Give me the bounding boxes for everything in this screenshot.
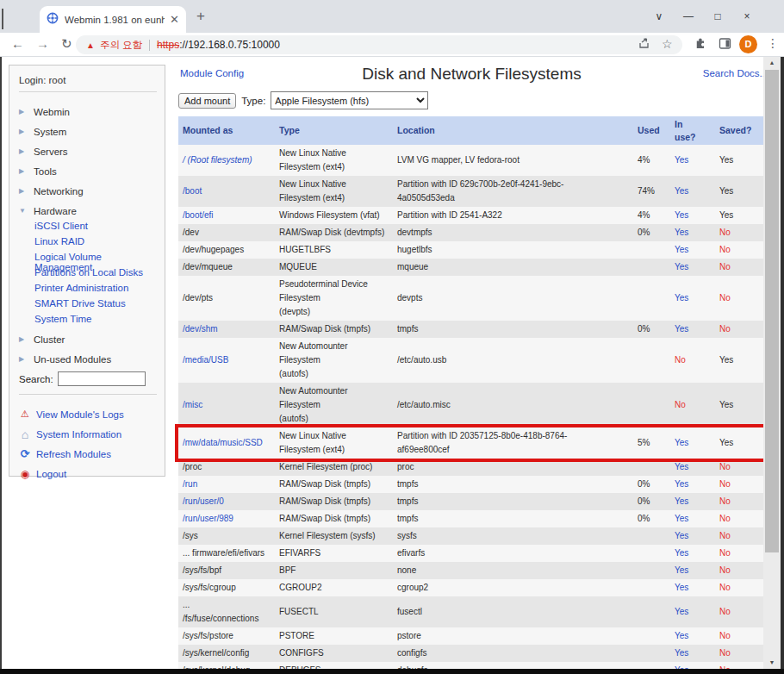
in-use-value[interactable]: Yes	[675, 155, 688, 165]
used-cell: 0%	[633, 510, 670, 527]
scroll-up-icon[interactable]: ▲	[763, 57, 781, 69]
type-cell: Kernel Filesystem (proc)	[275, 459, 393, 476]
browser-menu-icon[interactable]: ⋮	[767, 36, 779, 50]
table-row: /sys/fs/cgroupCGROUP2cgroup2YesNo	[178, 579, 763, 596]
in-use-value[interactable]: Yes	[675, 514, 688, 523]
type-cell: New Automounter Filesystem (autofs)	[275, 338, 393, 383]
in-use-value[interactable]: Yes	[675, 648, 688, 658]
sidebar-subitem-iscsi-client[interactable]: iSCSI Client	[34, 221, 157, 236]
mount-link[interactable]: /run	[183, 479, 197, 489]
sidebar-link-label[interactable]: Logout	[36, 469, 66, 479]
filesystem-type-select[interactable]: Apple Filesystem (hfs)	[271, 91, 428, 109]
sidebar-item-system[interactable]: ▶System	[19, 122, 157, 141]
mount-link[interactable]: /run/user/989	[183, 514, 233, 523]
location-cell: devpts	[393, 276, 633, 321]
mount-link[interactable]: /misc	[183, 400, 202, 409]
sidebar-item-webmin[interactable]: ▶Webmin	[19, 102, 157, 122]
sidebar-link-label[interactable]: System Information	[36, 429, 121, 440]
search-input[interactable]	[58, 371, 146, 386]
module-config-link[interactable]: Module Config	[180, 68, 244, 78]
table-row: /sys/fs/pstorePSTOREpstoreYesNo	[178, 627, 763, 645]
highlighted-table-row: /mw/data/music/SSDNew Linux Native Files…	[178, 427, 763, 459]
used-cell: 4%	[633, 145, 670, 176]
side-panel-icon[interactable]	[719, 37, 731, 53]
used-cell	[633, 645, 670, 662]
used-cell	[633, 338, 670, 383]
in-use-value: No	[675, 355, 686, 365]
address-bar[interactable]: ▲ 주의 요함 https ://192.168.0.75:10000	[76, 35, 682, 54]
sidebar-item-networking[interactable]: ▶Networking	[19, 181, 157, 201]
in-use-value[interactable]: Yes	[675, 262, 688, 271]
mount-link[interactable]: /boot/efi	[183, 210, 214, 220]
mount-link[interactable]: /media/USB	[183, 355, 228, 365]
used-cell: 0%	[633, 493, 670, 510]
new-tab-button[interactable]: +	[196, 8, 205, 25]
mount-link[interactable]: / (Root filesystem)	[183, 155, 252, 165]
in-use-value[interactable]: Yes	[675, 479, 688, 489]
share-icon[interactable]	[638, 37, 650, 53]
scroll-down-icon[interactable]: ▼	[763, 657, 781, 669]
sidebar-item-cluster[interactable]: ▶Cluster	[19, 329, 157, 349]
sidebar-item-hardware[interactable]: ▼Hardware	[19, 201, 157, 221]
tab-search-chevron-icon[interactable]: ∨	[644, 10, 674, 22]
in-use-value[interactable]: Yes	[675, 462, 688, 471]
mount-link[interactable]: /boot	[183, 186, 202, 196]
sidebar-subitem-smart-drive-status[interactable]: SMART Drive Status	[34, 298, 157, 314]
in-use-value[interactable]: Yes	[675, 438, 688, 447]
type-cell: Kernel Filesystem (sysfs)	[275, 527, 393, 545]
in-use-value[interactable]: Yes	[675, 565, 688, 575]
in-use-value[interactable]: Yes	[675, 548, 688, 558]
browser-tab[interactable]: Webmin 1.981 on eunhasu (Fed ✕	[40, 6, 186, 33]
extensions-puzzle-icon[interactable]	[694, 37, 707, 53]
in-use-cell: Yes	[670, 459, 715, 476]
in-use-value[interactable]: Yes	[675, 186, 688, 196]
tab-close-icon[interactable]: ✕	[170, 13, 179, 26]
in-use-cell: Yes	[670, 145, 715, 176]
page-scrollbar[interactable]: ▲ ▼	[763, 57, 781, 669]
used-cell	[633, 545, 670, 562]
bookmark-star-icon[interactable]: ☆	[662, 37, 673, 51]
search-docs-link[interactable]: Search Docs..	[703, 68, 765, 78]
sidebar-subitem-system-time[interactable]: System Time	[34, 314, 157, 329]
sidebar-subitem-logical-volume-management[interactable]: Logical Volume Management	[34, 252, 157, 267]
in-use-value[interactable]: Yes	[675, 531, 688, 540]
forward-button[interactable]: →	[36, 36, 49, 51]
sidebar-link-label[interactable]: Refresh Modules	[36, 449, 111, 459]
in-use-value[interactable]: Yes	[675, 496, 688, 506]
mount-link[interactable]: /mw/data/music/SSD	[183, 438, 263, 447]
sidebar-subitem-linux-raid[interactable]: Linux RAID	[34, 236, 157, 252]
in-use-value[interactable]: Yes	[675, 293, 688, 303]
sidebar-subitem-partitions-on-local-disks[interactable]: Partitions on Local Disks	[34, 267, 157, 283]
in-use-value[interactable]: Yes	[675, 607, 688, 616]
mount-link[interactable]: /run/user/0	[183, 496, 224, 506]
sidebar-item-tools[interactable]: ▶Tools	[19, 161, 157, 181]
minimize-button[interactable]: —	[674, 10, 703, 22]
table-row: ... firmware/efi/efivarsEFIVARFSefivarfs…	[178, 545, 763, 562]
add-mount-button[interactable]: Add mount	[178, 93, 236, 109]
mount-link[interactable]: /dev/shm	[183, 324, 218, 334]
back-button[interactable]: ←	[11, 36, 24, 51]
in-use-value[interactable]: Yes	[675, 228, 688, 237]
close-window-button[interactable]: ×	[732, 10, 762, 22]
window-controls: ∨ — □ ×	[644, 0, 762, 33]
search-label: Search:	[19, 374, 53, 384]
sidebar-item-un-used-modules[interactable]: ▶Un-used Modules	[19, 349, 157, 369]
maximize-button[interactable]: □	[703, 10, 732, 22]
mounted-as-cell: /sys/fs/cgroup	[178, 579, 275, 596]
in-use-value[interactable]: Yes	[675, 210, 688, 220]
scrollbar-thumb[interactable]	[765, 70, 779, 552]
sidebar-subitem-printer-administration[interactable]: Printer Administration	[34, 283, 157, 298]
profile-avatar[interactable]: D	[739, 35, 757, 53]
in-use-value[interactable]: Yes	[675, 631, 688, 640]
saved-cell: Yes	[715, 145, 763, 176]
sidebar-item-servers[interactable]: ▶Servers	[19, 141, 157, 161]
in-use-cell: Yes	[670, 276, 715, 321]
in-use-value[interactable]: Yes	[675, 583, 688, 592]
in-use-value[interactable]: Yes	[675, 324, 688, 334]
location-cell: configfs	[393, 645, 633, 662]
reload-button[interactable]: ↻	[61, 36, 72, 52]
in-use-cell: Yes	[670, 259, 715, 276]
sidebar-link-label[interactable]: View Module's Logs	[36, 409, 124, 420]
in-use-value[interactable]: Yes	[675, 245, 688, 254]
saved-cell: Yes	[715, 176, 763, 207]
